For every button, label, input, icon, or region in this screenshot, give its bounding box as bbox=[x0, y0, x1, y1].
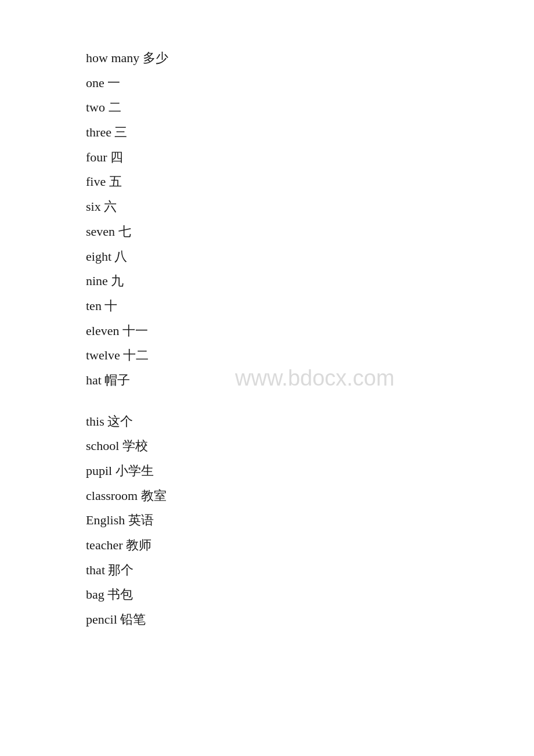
list-item: how many 多少 bbox=[86, 46, 534, 70]
list-item: bag 书包 bbox=[86, 583, 534, 607]
list-item: three 三 bbox=[86, 121, 534, 145]
list-item: ten 十 bbox=[86, 294, 534, 318]
list-item: twelve 十二 bbox=[86, 344, 534, 368]
vocab-group-1: how many 多少one 一two 二three 三four 四five 五… bbox=[86, 46, 534, 393]
main-content: how many 多少one 一two 二three 三four 四five 五… bbox=[0, 0, 534, 679]
list-item: nine 九 bbox=[86, 269, 534, 293]
list-item: six 六 bbox=[86, 195, 534, 219]
list-item: one 一 bbox=[86, 71, 534, 95]
list-item: eight 八 bbox=[86, 245, 534, 269]
list-item: seven 七 bbox=[86, 220, 534, 244]
list-item: teacher 教师 bbox=[86, 534, 534, 557]
list-item: two 二 bbox=[86, 96, 534, 120]
group-spacer bbox=[86, 394, 534, 410]
list-item: pencil 铅笔 bbox=[86, 608, 534, 632]
list-item: five 五 bbox=[86, 170, 534, 194]
list-item: that 那个 bbox=[86, 559, 534, 582]
list-item: school 学校 bbox=[86, 434, 534, 458]
list-item: four 四 bbox=[86, 146, 534, 170]
list-item: classroom 教室 bbox=[86, 484, 534, 508]
list-item: English 英语 bbox=[86, 509, 534, 532]
list-item: this 这个 bbox=[86, 410, 534, 434]
list-item: eleven 十一 bbox=[86, 319, 534, 343]
vocab-group-2: this 这个school 学校pupil 小学生classroom 教室Eng… bbox=[86, 410, 534, 632]
list-item: pupil 小学生 bbox=[86, 459, 534, 483]
list-item: hat 帽子 bbox=[86, 369, 534, 393]
